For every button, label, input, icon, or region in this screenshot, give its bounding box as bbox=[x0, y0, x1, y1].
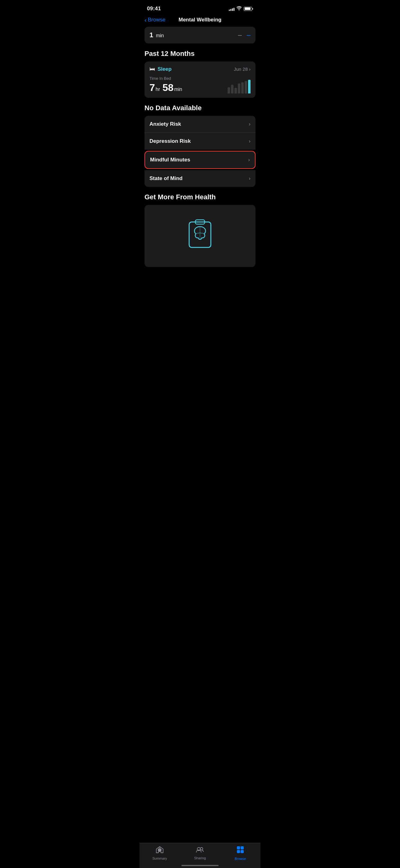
back-label: Browse bbox=[148, 17, 166, 23]
status-time: 09:41 bbox=[147, 6, 161, 12]
min-value-row: 1 min bbox=[149, 31, 164, 39]
sleep-chevron-icon: › bbox=[249, 66, 251, 72]
sleep-time: 7 hr 58 min bbox=[149, 82, 228, 93]
anxiety-risk-chevron-icon: › bbox=[249, 121, 251, 127]
expand-icon[interactable]: – bbox=[238, 31, 242, 39]
mindful-minutes-label: Mindful Minutes bbox=[150, 157, 190, 163]
back-chevron-icon: ‹ bbox=[144, 17, 147, 23]
no-data-card-top: Anxiety Risk › Depression Risk › bbox=[144, 116, 256, 150]
depression-risk-label: Depression Risk bbox=[149, 138, 191, 144]
nav-bar: ‹ Browse Mental Wellbeing bbox=[139, 16, 261, 27]
wifi-icon bbox=[236, 6, 242, 11]
state-of-mind-label: State of Mind bbox=[149, 176, 182, 182]
back-button[interactable]: ‹ Browse bbox=[144, 17, 165, 23]
no-data-card-bottom: State of Mind › bbox=[144, 170, 256, 187]
sleep-card[interactable]: 🛏 Sleep Jun 28 › Time In Bed 7 hr 58 min bbox=[144, 61, 256, 98]
no-data-heading: No Data Available bbox=[139, 104, 261, 116]
state-of-mind-chevron-icon: › bbox=[249, 176, 251, 182]
anxiety-risk-label: Anxiety Risk bbox=[149, 121, 181, 127]
anxiety-risk-item[interactable]: Anxiety Risk › bbox=[144, 116, 256, 133]
sleep-minutes: 58 bbox=[163, 82, 174, 93]
status-bar: 09:41 bbox=[139, 0, 261, 16]
mindful-minutes-item[interactable]: Mindful Minutes › bbox=[144, 151, 256, 169]
health-brain-icon bbox=[185, 217, 215, 251]
sleep-stat-label: Time In Bed bbox=[149, 76, 228, 81]
sleep-hours: 7 bbox=[149, 82, 155, 93]
min-controls: – – bbox=[238, 31, 251, 39]
mindful-minutes-chevron-icon: › bbox=[248, 157, 250, 163]
sleep-icon: 🛏 bbox=[149, 66, 155, 72]
sleep-date: Jun 28 › bbox=[234, 66, 251, 72]
state-of-mind-item[interactable]: State of Mind › bbox=[144, 170, 256, 187]
get-more-card bbox=[144, 205, 256, 267]
sleep-minutes-unit: min bbox=[174, 87, 182, 92]
min-value: 1 bbox=[149, 31, 153, 39]
get-more-heading: Get More From Health bbox=[139, 193, 261, 205]
sleep-hours-unit: hr bbox=[156, 87, 160, 92]
depression-risk-item[interactable]: Depression Risk › bbox=[144, 133, 256, 150]
min-card: 1 min – – bbox=[144, 27, 256, 43]
sleep-chart bbox=[228, 78, 251, 93]
content: 1 min – – Past 12 Months 🛏 Sleep Jun 28 … bbox=[139, 27, 261, 298]
past-12-months-heading: Past 12 Months bbox=[139, 50, 261, 61]
depression-risk-chevron-icon: › bbox=[249, 138, 251, 144]
signal-icon bbox=[229, 7, 234, 11]
min-unit: min bbox=[156, 33, 164, 38]
battery-icon bbox=[244, 7, 253, 11]
status-icons bbox=[229, 6, 253, 11]
page-title: Mental Wellbeing bbox=[178, 17, 222, 23]
mindful-minutes-container: Mindful Minutes › bbox=[144, 151, 256, 169]
sleep-label: Sleep bbox=[158, 66, 171, 72]
sleep-stats: Time In Bed 7 hr 58 min bbox=[149, 76, 228, 93]
minus-icon[interactable]: – bbox=[247, 31, 251, 39]
